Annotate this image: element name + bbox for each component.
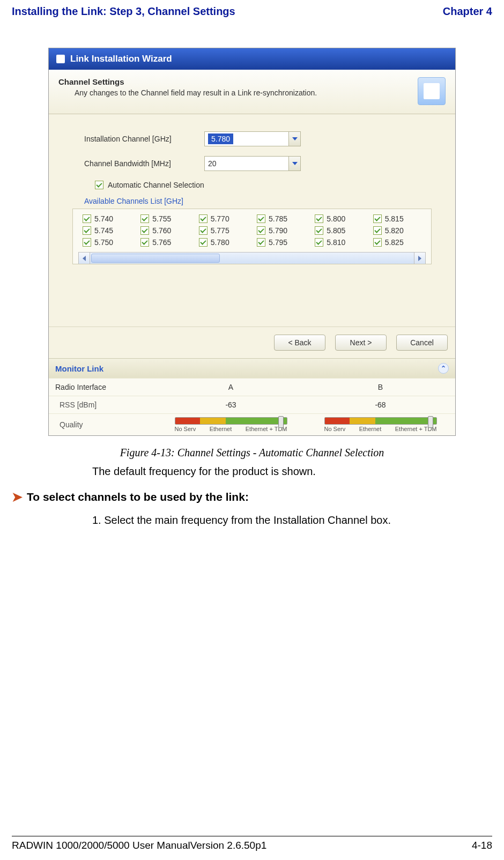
checkbox-icon[interactable] [315, 226, 323, 235]
channel-item[interactable]: 5.805 [315, 226, 363, 235]
channel-item[interactable]: 5.780 [199, 238, 247, 247]
triangle-icon: ➤ [12, 490, 23, 505]
quality-label: Quality [49, 416, 156, 433]
wizard-titlebar: Link Installation Wizard [49, 48, 455, 70]
procedure-heading: To select channels to be used by the lin… [27, 491, 249, 503]
channel-item[interactable]: 5.765 [140, 238, 189, 247]
acs-checkbox[interactable] [95, 181, 103, 189]
app-icon [56, 55, 65, 63]
bandwidth-select[interactable]: 20 [204, 156, 301, 171]
horizontal-scrollbar[interactable] [78, 252, 426, 264]
acs-label: Automatic Channel Selection [108, 181, 204, 189]
checkbox-icon[interactable] [373, 226, 382, 235]
doc-chapter: Chapter 4 [443, 5, 492, 18]
channel-item[interactable]: 5.775 [199, 226, 247, 235]
available-channels-label: Available Channels List [GHz] [63, 197, 441, 205]
checkbox-icon[interactable] [83, 226, 91, 235]
channel-item[interactable]: 5.820 [373, 226, 421, 235]
channel-item[interactable]: 5.810 [315, 238, 363, 247]
install-channel-value: 5.780 [208, 134, 233, 144]
channel-item[interactable]: 5.770 [199, 214, 247, 223]
wizard-window: Link Installation Wizard Channel Setting… [48, 48, 456, 436]
checkbox-icon[interactable] [83, 238, 91, 247]
quality-bar-a [175, 417, 287, 425]
channel-item[interactable]: 5.785 [257, 214, 305, 223]
cancel-button[interactable]: Cancel [396, 335, 448, 351]
scroll-left-icon[interactable] [78, 253, 90, 264]
checkbox-icon[interactable] [199, 226, 207, 235]
channel-item[interactable]: 5.745 [83, 226, 131, 235]
checkbox-icon[interactable] [373, 238, 382, 247]
monitor-link-title: Monitor Link [55, 364, 103, 373]
checkbox-icon[interactable] [315, 238, 323, 247]
scroll-thumb[interactable] [91, 254, 220, 263]
wizard-section-subtitle: Any changes to the Channel field may res… [58, 86, 317, 97]
channel-item[interactable]: 5.790 [257, 226, 305, 235]
column-a-header: A [156, 380, 306, 395]
install-channel-label: Installation Channel [GHz] [84, 135, 197, 143]
column-b-header: B [306, 380, 455, 395]
monitor-icon [418, 77, 446, 105]
back-button[interactable]: < Back [274, 335, 325, 351]
checkbox-icon[interactable] [257, 226, 265, 235]
checkbox-icon[interactable] [199, 214, 207, 223]
bandwidth-value: 20 [208, 159, 217, 168]
scroll-right-icon[interactable] [414, 253, 426, 264]
wizard-section-title: Channel Settings [58, 77, 124, 86]
channel-item[interactable]: 5.760 [140, 226, 189, 235]
footer-left: RADWIN 1000/2000/5000 User ManualVersion… [12, 840, 266, 851]
checkbox-icon[interactable] [140, 214, 149, 223]
checkbox-icon[interactable] [140, 238, 149, 247]
rss-label: RSS [dBm] [49, 396, 156, 413]
checkbox-icon[interactable] [257, 214, 265, 223]
collapse-icon[interactable]: ⌃ [438, 363, 449, 374]
channel-item[interactable]: 5.795 [257, 238, 305, 247]
available-channels-box: 5.740 5.755 5.770 5.785 5.800 5.815 5.74… [72, 209, 432, 264]
channel-item[interactable]: 5.815 [373, 214, 421, 223]
footer-page-number: 4-18 [472, 840, 492, 851]
body-paragraph: The default frequency for the product is… [92, 465, 492, 478]
quality-legend-a: No Serv Ethernet Ethernet + TDM [175, 426, 287, 432]
channel-item[interactable]: 5.800 [315, 214, 363, 223]
chevron-down-icon[interactable] [288, 132, 300, 146]
rss-value-a: -63 [225, 401, 236, 409]
radio-interface-label: Radio Interface [49, 379, 156, 396]
channel-item[interactable]: 5.825 [373, 238, 421, 247]
next-button[interactable]: Next > [335, 335, 387, 351]
install-channel-select[interactable]: 5.780 [204, 131, 301, 146]
chevron-down-icon[interactable] [288, 157, 300, 170]
bandwidth-label: Channel Bandwidth [MHz] [84, 159, 197, 168]
checkbox-icon[interactable] [315, 214, 323, 223]
channel-item[interactable]: 5.755 [140, 214, 189, 223]
quality-bar-b [324, 417, 437, 425]
checkbox-icon[interactable] [199, 238, 207, 247]
checkbox-icon[interactable] [373, 214, 382, 223]
checkbox-icon[interactable] [83, 214, 91, 223]
checkbox-icon[interactable] [257, 238, 265, 247]
rss-value-b: -68 [375, 401, 386, 409]
figure-caption: Figure 4-13: Channel Settings - Automati… [33, 447, 471, 459]
doc-section-title: Installing the Link: Step 3, Channel Set… [12, 5, 235, 18]
wizard-header: Channel Settings Any changes to the Chan… [49, 70, 455, 114]
procedure-step: 1. Select the main frequency from the In… [92, 514, 492, 527]
wizard-title: Link Installation Wizard [70, 54, 172, 64]
channel-item[interactable]: 5.750 [83, 238, 131, 247]
checkbox-icon[interactable] [140, 226, 149, 235]
quality-legend-b: No Serv Ethernet Ethernet + TDM [324, 426, 437, 432]
channel-item[interactable]: 5.740 [83, 214, 131, 223]
